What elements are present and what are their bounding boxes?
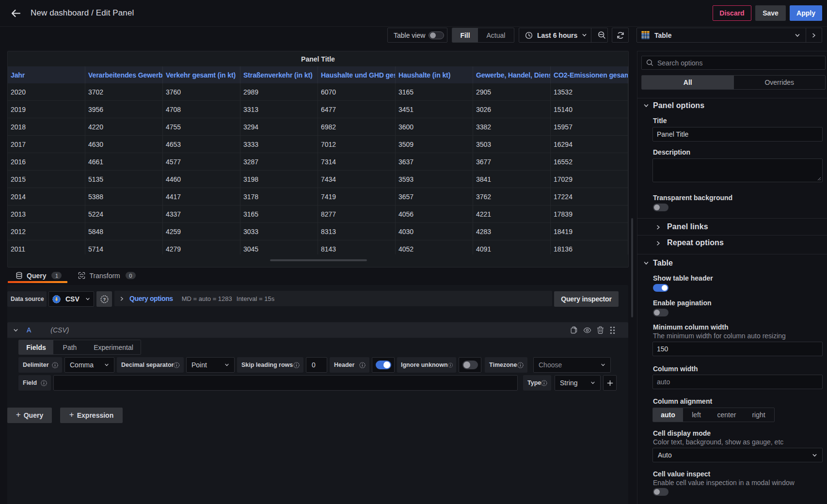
svg-text:?: ? [103, 297, 106, 302]
